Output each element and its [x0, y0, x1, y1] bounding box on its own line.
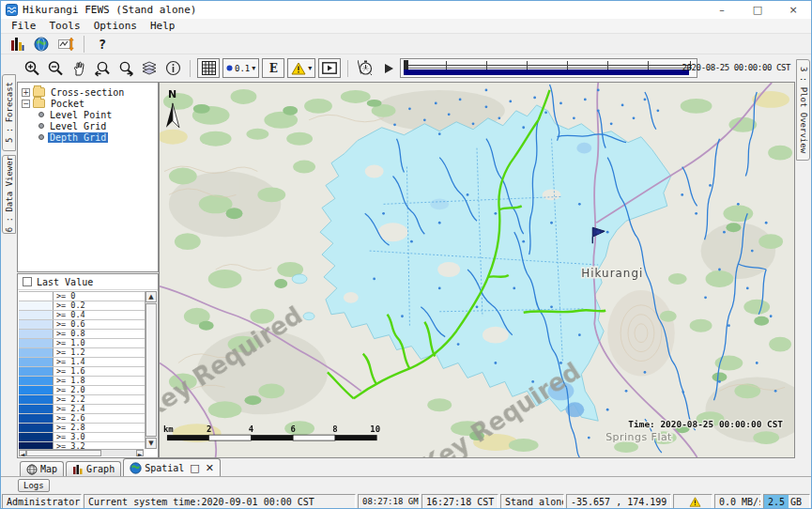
- tree-item-level-grid[interactable]: Level Grid: [18, 120, 158, 131]
- legend-row[interactable]: >= 0.8: [19, 330, 157, 339]
- map-canvas[interactable]: API Key Required API Key Required Hikura…: [160, 83, 794, 457]
- legend-row[interactable]: >= 0.2: [19, 301, 157, 311]
- tab-data-viewer[interactable]: 6 : Data Viewer: [2, 155, 16, 234]
- time-slider[interactable]: [400, 58, 697, 78]
- show-grid-button[interactable]: [197, 58, 220, 78]
- left-tab-strip: 5 : Forecast 6 : Data Viewer: [1, 82, 17, 458]
- legend-value-label: >= 0.6: [54, 320, 157, 329]
- status-coordinates: -35.657 , 174.199: [566, 494, 671, 509]
- scroll-thumb[interactable]: [146, 303, 157, 437]
- scroll-right-icon[interactable]: ►: [136, 450, 144, 456]
- logs-button[interactable]: Logs: [18, 479, 50, 492]
- current-time-label: 2020-08-25 00:00:00 CST: [682, 63, 790, 72]
- minimize-button[interactable]: –: [704, 1, 740, 19]
- legend-value-label: >= 3.2: [54, 442, 157, 449]
- legend-color-swatch: [19, 442, 54, 449]
- status-alerts[interactable]: [673, 494, 712, 509]
- collapse-icon[interactable]: −: [22, 100, 30, 108]
- legend-row[interactable]: >= 1.8: [19, 377, 157, 386]
- play-icon: [383, 63, 394, 74]
- legend-value-label: >= 0: [54, 292, 157, 301]
- menu-help[interactable]: Help: [144, 20, 182, 32]
- logs-row: Logs: [1, 476, 811, 493]
- scroll-thumb[interactable]: [26, 450, 101, 456]
- app-logo-icon: [6, 4, 18, 16]
- legend-row[interactable]: >= 1.4: [19, 358, 157, 367]
- legend-row[interactable]: >= 1.6: [19, 367, 157, 377]
- node-bullet-icon: [38, 123, 44, 129]
- help-button[interactable]: ?: [92, 34, 113, 54]
- timeseries-dialog-button[interactable]: [55, 34, 76, 54]
- last-value-checkbox[interactable]: [23, 277, 32, 286]
- zoom-out-icon: [47, 60, 64, 77]
- movie-player-icon: [322, 62, 337, 74]
- zoom-previous-button[interactable]: [92, 58, 113, 79]
- grid-icon: [202, 61, 216, 75]
- tree-item-level-point[interactable]: Level Point: [18, 109, 158, 120]
- app-window: Hikurangi FEWS (Stand alone) – □ × File …: [0, 0, 812, 509]
- expand-icon[interactable]: +: [22, 88, 30, 97]
- scroll-down-icon[interactable]: ▼: [146, 438, 157, 449]
- legend-color-swatch: [19, 358, 54, 366]
- legend-value-label: >= 1.8: [54, 377, 157, 385]
- legend-row[interactable]: >= 1.2: [19, 348, 157, 358]
- tab-maximize-icon[interactable]: □: [190, 462, 199, 474]
- scroll-left-icon[interactable]: ◄: [19, 450, 26, 456]
- tab-plot-overview[interactable]: 3 : Plot Overview: [796, 59, 810, 161]
- menu-tools[interactable]: Tools: [43, 20, 87, 32]
- classification-dropdown[interactable]: 0.1 ▾: [222, 58, 259, 78]
- legend-vertical-scrollbar[interactable]: ▲ ▼: [145, 291, 157, 449]
- legend-row[interactable]: >= 2.6: [19, 414, 157, 424]
- warning-triangle-icon: [689, 497, 701, 507]
- zoom-next-icon: [117, 60, 134, 77]
- zoom-in-button[interactable]: [22, 58, 42, 79]
- close-button[interactable]: ×: [775, 1, 811, 19]
- last-value-label: Last Value: [37, 277, 93, 287]
- legend-color-swatch: [19, 292, 54, 301]
- legend-color-swatch: [19, 311, 54, 319]
- zoom-next-button[interactable]: [115, 58, 136, 79]
- tab-close-icon[interactable]: ✕: [206, 462, 214, 474]
- legend-row[interactable]: >= 2.8: [19, 424, 157, 433]
- legend-row[interactable]: >= 2.0: [19, 386, 157, 395]
- tab-forecast[interactable]: 5 : Forecast: [2, 74, 16, 151]
- play-button[interactable]: [378, 58, 399, 79]
- database-viewer-button[interactable]: [7, 34, 27, 54]
- legend-row[interactable]: >= 0: [19, 292, 157, 301]
- layers-button[interactable]: [139, 58, 160, 79]
- legend-row[interactable]: >= 1.0: [19, 339, 157, 348]
- zoom-out-button[interactable]: [45, 58, 66, 79]
- scroll-up-icon[interactable]: ▲: [146, 291, 157, 302]
- thresholds-dropdown[interactable]: ▾: [287, 58, 315, 78]
- tab-map[interactable]: Map: [20, 461, 64, 476]
- toolbar-separator: [190, 60, 191, 77]
- svg-text:N: N: [168, 88, 176, 100]
- legend-row[interactable]: >= 0.6: [19, 320, 157, 330]
- legend-color-swatch: [19, 367, 54, 376]
- animation-button[interactable]: [318, 58, 341, 78]
- tab-graph[interactable]: Graph: [66, 461, 121, 476]
- toolbar-separator: [347, 60, 348, 77]
- legend-value-label: >= 2.2: [54, 395, 157, 404]
- legend-value-label: >= 2.6: [54, 414, 157, 423]
- labels-button[interactable]: E: [262, 58, 284, 78]
- legend-row[interactable]: >= 0.4: [19, 311, 157, 320]
- legend-row[interactable]: >= 2.2: [19, 395, 157, 405]
- pan-button[interactable]: [69, 58, 89, 79]
- tree-item-pocket[interactable]: − Pocket: [18, 98, 158, 109]
- tree-item-depth-grid[interactable]: Depth Grid: [18, 131, 158, 143]
- time-settings-button[interactable]: [355, 58, 375, 79]
- map-viewport[interactable]: API Key Required API Key Required Hikura…: [159, 82, 795, 458]
- info-button[interactable]: [162, 58, 183, 79]
- legend-row[interactable]: >= 2.4: [19, 405, 157, 414]
- map-display-button[interactable]: [31, 34, 52, 54]
- menu-file[interactable]: File: [5, 20, 43, 32]
- legend-row[interactable]: >= 3.0: [19, 433, 157, 442]
- label-letter-icon: E: [269, 62, 278, 75]
- menu-options[interactable]: Options: [87, 20, 144, 32]
- maximize-button[interactable]: □: [740, 1, 775, 19]
- tab-spatial[interactable]: Spatial □ ✕: [123, 458, 221, 476]
- legend-row[interactable]: >= 3.2: [19, 442, 157, 449]
- legend-horizontal-scrollbar[interactable]: ◄ ►: [19, 449, 144, 456]
- svg-text:6: 6: [290, 424, 295, 434]
